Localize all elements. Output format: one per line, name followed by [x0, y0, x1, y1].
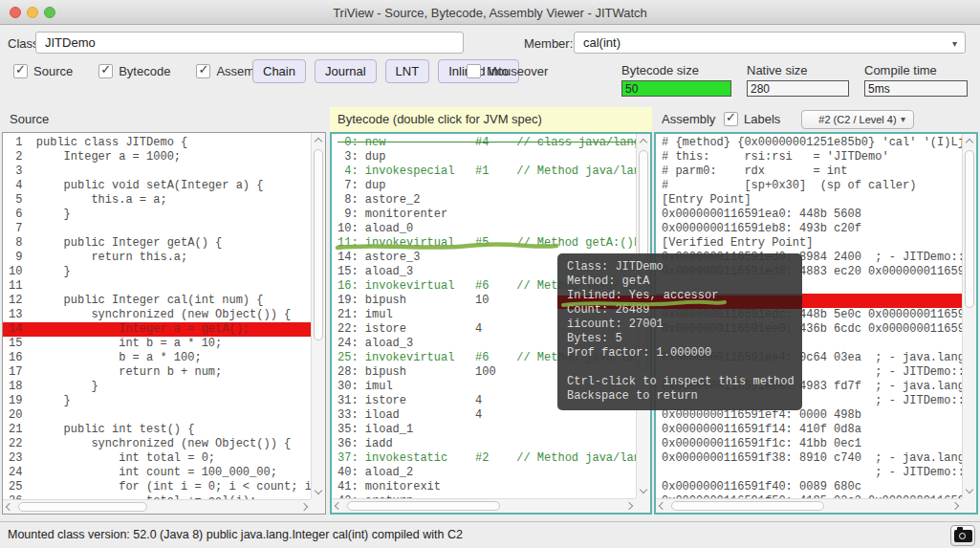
stat-value: 5ms: [864, 80, 968, 97]
code-line[interactable]: [Verified Entry Point]: [656, 236, 976, 251]
code-line[interactable]: 22 synchronized (new Object()) {: [3, 437, 325, 451]
code-line[interactable]: 7: [3, 222, 325, 236]
code-line[interactable]: 23 int total = 0;: [3, 451, 325, 466]
scroll-left-icon[interactable]: [6, 503, 13, 511]
code-line[interactable]: 40: aload_2: [332, 466, 650, 480]
member-select[interactable]: cal(int) ▾: [574, 32, 966, 54]
scrollbar-thumb[interactable]: [965, 150, 974, 308]
source-horizontal-scrollbar[interactable]: [3, 499, 311, 514]
scrollbar-thumb[interactable]: [671, 501, 824, 511]
scroll-right-icon[interactable]: [951, 502, 959, 510]
scroll-up-icon[interactable]: [640, 139, 647, 146]
code-line[interactable]: # this: rsi:rsi = 'JITDemo': [656, 150, 976, 164]
code-line[interactable]: 4 public void setA(Integer a) {: [3, 179, 325, 193]
source-vertical-scrollbar[interactable]: [311, 133, 325, 499]
checkbox-bytecode[interactable]: ✓Bytecode: [98, 64, 170, 78]
code-line[interactable]: 2 Integer a = 1000;: [3, 150, 325, 164]
code-line[interactable]: 19 }: [3, 394, 325, 408]
scrollbar-thumb[interactable]: [347, 501, 500, 511]
code-line[interactable]: 0x0000000116591ef4: 0000 498b: [656, 408, 976, 423]
code-line[interactable]: 18 }: [3, 380, 325, 394]
bytecode-panel-header[interactable]: Bytecode (double click for JVM spec): [330, 107, 652, 132]
scroll-left-icon[interactable]: [335, 502, 342, 510]
code-line[interactable]: 17 return b + num;: [3, 365, 325, 380]
checkbox-labels[interactable]: ✓Labels: [724, 112, 780, 126]
scroll-up-icon[interactable]: [966, 139, 973, 146]
code-line[interactable]: 9 return this.a;: [3, 251, 325, 265]
code-line[interactable]: 4: invokespecial #1 // Method java/lang/…: [332, 164, 650, 179]
scroll-up-icon[interactable]: [315, 138, 322, 145]
scrollbar-thumb[interactable]: [314, 149, 323, 340]
journal-button[interactable]: Journal: [315, 59, 377, 83]
compilation-level-select[interactable]: #2 (C2 / Level 4) ▾: [801, 110, 914, 129]
bytecode-horizontal-scrollbar[interactable]: [332, 498, 636, 513]
checkbox-source[interactable]: ✓Source: [13, 64, 73, 78]
check-icon: ✓: [198, 62, 208, 77]
code-line[interactable]: 0x0000000116591f14: 410f 0d8a: [656, 423, 976, 437]
code-line[interactable]: 10: aload_0: [332, 222, 650, 236]
class-input[interactable]: [35, 32, 464, 54]
code-line[interactable]: 36: iadd: [332, 437, 650, 451]
chain-button[interactable]: Chain: [252, 59, 306, 83]
code-line[interactable]: 16 b = a * 100;: [3, 351, 325, 365]
scroll-down-icon[interactable]: [966, 486, 973, 493]
code-line[interactable]: 10 }: [3, 265, 325, 279]
code-line[interactable]: 3: dup: [332, 150, 650, 164]
code-line[interactable]: 37: invokestatic #2 // Method java/lang/…: [332, 451, 650, 466]
code-line[interactable]: 33: iload 4: [332, 408, 650, 423]
scrollbar-corner: [311, 499, 325, 514]
code-line[interactable]: 11: [3, 279, 325, 294]
lnt-button[interactable]: LNT: [385, 59, 430, 83]
code-line[interactable]: 25 for (int i = 0; i < count; i++) {: [3, 480, 325, 494]
code-line[interactable]: 15 int b = a * 10;: [3, 337, 325, 351]
code-line[interactable]: 0x0000000116591eb8: 493b c20f: [656, 222, 976, 236]
code-line[interactable]: # [sp+0x30] (sp of caller): [656, 179, 976, 193]
checkbox-label: Source: [33, 64, 73, 78]
code-line[interactable]: [Entry Point]: [656, 193, 976, 208]
scrollbar-corner: [962, 498, 976, 513]
code-line[interactable]: 1 public class JITDemo {: [3, 136, 325, 150]
code-line[interactable]: 0x0000000116591f1c: 41bb 0ec1: [656, 437, 976, 451]
tooltip-line: Prof factor: 1.000000: [567, 346, 793, 361]
code-line[interactable]: 0x0000000116591f40: 0089 680c: [656, 480, 976, 494]
checkbox-box: ✓: [724, 112, 738, 126]
code-line[interactable]: 35: iload_1: [332, 423, 650, 437]
code-line[interactable]: 14 Integer a = getA();: [3, 322, 325, 337]
code-line[interactable]: 9: monitorenter: [332, 208, 650, 222]
checkbox-mouseover[interactable]: Mouseover: [467, 64, 548, 78]
scroll-down-icon[interactable]: [640, 486, 647, 493]
code-line[interactable]: 11: invokevirtual #5 // Method getA:()Lj…: [332, 236, 650, 251]
tooltip-lines: Class: JITDemoMethod: getAInlined: Yes, …: [567, 260, 793, 404]
stat-label: Compile time: [864, 63, 968, 77]
scroll-right-icon[interactable]: [300, 503, 308, 511]
code-line[interactable]: # {method} {0x00000001251e85b0} 'cal' '(…: [656, 136, 976, 150]
code-line[interactable]: 13 synchronized (new Object()) {: [3, 308, 325, 322]
screenshot-button[interactable]: [950, 525, 975, 546]
code-line[interactable]: # parm0: rdx = int: [656, 164, 976, 179]
code-line[interactable]: 3: [3, 164, 325, 179]
member-select-value: cal(int): [583, 35, 621, 50]
code-line[interactable]: 12 public Integer cal(int num) {: [3, 294, 325, 308]
code-line[interactable]: 41: monitorexit: [332, 480, 650, 494]
code-line[interactable]: 8 public Integer getA() {: [3, 236, 325, 251]
scroll-down-icon[interactable]: [315, 487, 322, 494]
scroll-right-icon[interactable]: [625, 502, 633, 510]
code-line[interactable]: 21 public int test() {: [3, 423, 325, 437]
assembly-horizontal-scrollbar[interactable]: [656, 498, 962, 513]
code-line[interactable]: ; - JITDemo::c: [656, 466, 976, 480]
scrollbar-thumb[interactable]: [18, 502, 147, 512]
member-label: Member:: [524, 36, 573, 51]
checkbox-label: Labels: [744, 112, 780, 126]
code-line[interactable]: 6 }: [3, 208, 325, 222]
code-line[interactable]: 24 int count = 100_000_00;: [3, 466, 325, 480]
code-line[interactable]: 7: dup: [332, 179, 650, 193]
code-line[interactable]: 8: astore_2: [332, 193, 650, 208]
code-line[interactable]: 0x0000000116591f38: 8910 c740 ; - java.l…: [656, 451, 976, 466]
tooltip-line: Method: getA: [567, 274, 793, 289]
scroll-left-icon[interactable]: [659, 502, 666, 510]
code-line[interactable]: 0x0000000116591ea0: 448b 5608: [656, 208, 976, 222]
assembly-vertical-scrollbar[interactable]: [962, 134, 976, 498]
code-line[interactable]: 5 this.a = a;: [3, 193, 325, 208]
code-line[interactable]: 20: [3, 408, 325, 423]
code-line[interactable]: 0: new #4 // class java/lang/Object: [332, 136, 650, 150]
